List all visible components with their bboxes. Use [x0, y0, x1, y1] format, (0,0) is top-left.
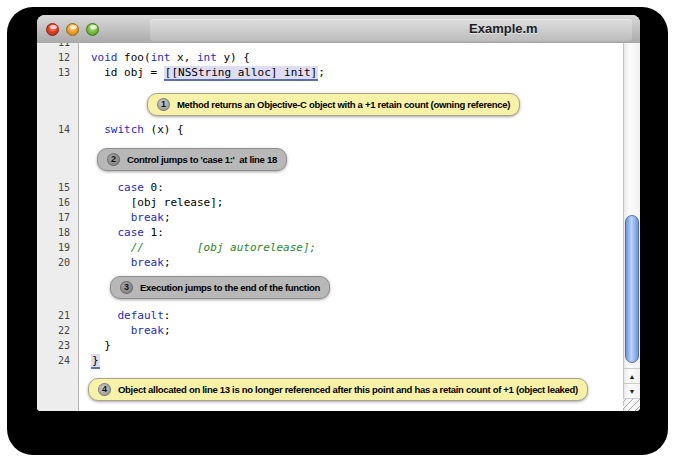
code-line: 13 id obj = [[NSString alloc] init]; — [37, 65, 623, 80]
scroll-down-icon: ▼ — [629, 388, 636, 395]
code-segment: break — [131, 256, 164, 269]
line-number: 17 — [37, 210, 78, 225]
code-segment: : — [164, 309, 171, 322]
code-text: break; — [78, 210, 171, 225]
line-number: 12 — [37, 50, 78, 65]
code-rows: 1112void foo(int x, int y) {13 id obj = … — [37, 43, 623, 401]
line-number: 21 — [37, 308, 78, 323]
code-line: 15 case 0: — [37, 180, 623, 195]
line-number: 15 — [37, 180, 78, 195]
analyzer-note-1: 1Method returns an Objective-C object wi… — [147, 93, 520, 116]
code-segment: 1: — [144, 226, 164, 239]
code-segment: (x) { — [144, 123, 184, 136]
code-segment: ; — [164, 256, 171, 269]
note-text: Execution jumps to the end of the functi… — [140, 282, 320, 293]
code-segment: 0: — [144, 181, 164, 194]
line-number: 11 — [37, 43, 78, 50]
code-segment: id obj = — [91, 66, 164, 79]
code-segment: int — [151, 51, 171, 64]
code-line: 18 case 1: — [37, 225, 623, 240]
code-line: 24} — [37, 353, 623, 368]
code-text: case 1: — [78, 225, 164, 240]
code-line: 20 break; — [37, 255, 623, 270]
code-segment — [91, 123, 104, 136]
step-number-badge: 2 — [107, 153, 120, 166]
analysis-highlight: [[NSString alloc] init] — [164, 66, 318, 81]
line-number: 16 — [37, 195, 78, 210]
code-text: id obj = [[NSString alloc] init]; — [78, 65, 325, 80]
code-segment: y) { — [217, 51, 250, 64]
title-bar-inset — [150, 19, 632, 41]
code-segment: foo( — [118, 51, 151, 64]
code-text: } — [78, 353, 100, 368]
code-line: 14 switch (x) { — [37, 122, 623, 137]
note-text: Object allocated on line 13 is no longer… — [118, 384, 578, 395]
code-line: 16 [obj release]; — [37, 195, 623, 210]
line-number: 18 — [37, 225, 78, 240]
code-segment: } — [91, 339, 111, 352]
line-number: 20 — [37, 255, 78, 270]
code-segment — [91, 324, 131, 337]
window-controls — [46, 23, 99, 36]
code-text: [obj release]; — [78, 195, 223, 210]
code-text: break; — [78, 255, 171, 270]
step-number-badge: 1 — [157, 98, 170, 111]
window-title: Example.m — [469, 21, 538, 36]
code-text — [78, 43, 91, 50]
code-segment — [91, 309, 118, 322]
minimize-button[interactable] — [66, 23, 79, 36]
scroll-up-button[interactable]: ▲ — [624, 368, 640, 383]
code-segment: int — [197, 51, 217, 64]
step-number-badge: 3 — [120, 281, 133, 294]
note-text: Method returns an Objective-C object wit… — [177, 99, 510, 110]
code-segment — [91, 181, 118, 194]
code-segment — [91, 211, 131, 224]
code-segment: break — [131, 324, 164, 337]
line-number: 23 — [37, 338, 78, 353]
note-text: Control jumps to 'case 1:' at line 18 — [127, 154, 277, 165]
code-segment: ; — [164, 324, 171, 337]
code-text: } — [78, 338, 111, 353]
code-segment: switch — [104, 123, 144, 136]
analyzer-note-4: 4Object allocated on line 13 is no longe… — [88, 378, 588, 401]
zoom-button[interactable] — [86, 23, 99, 36]
code-text: default: — [78, 308, 170, 323]
line-number: 22 — [37, 323, 78, 338]
code-segment — [91, 256, 131, 269]
scroll-down-button[interactable]: ▼ — [624, 383, 640, 398]
analysis-highlight: } — [91, 354, 100, 369]
scrollbar-thumb[interactable] — [625, 215, 639, 363]
code-text: // [obj autorelease]; — [78, 240, 316, 255]
code-segment: [obj release]; — [91, 196, 223, 209]
analyzer-note-3: 3Execution jumps to the end of the funct… — [110, 276, 330, 299]
code-segment: default — [118, 309, 164, 322]
code-segment: case — [118, 181, 145, 194]
code-segment: // [obj autorelease]; — [91, 241, 316, 254]
title-bar[interactable]: Example.m — [37, 15, 640, 44]
line-number: 24 — [37, 353, 78, 368]
code-segment: ; — [318, 66, 325, 79]
analyzer-note-2: 2Control jumps to 'case 1:' at line 18 — [97, 148, 287, 171]
vertical-scrollbar[interactable]: ▲ ▼ — [623, 43, 640, 411]
close-button[interactable] — [46, 23, 59, 36]
code-line: 19 // [obj autorelease]; — [37, 240, 623, 255]
code-segment: void — [91, 51, 118, 64]
code-text: switch (x) { — [78, 122, 184, 137]
app-window: Example.m 1112void foo(int x, int y) {13… — [37, 15, 640, 411]
code-pane: 1112void foo(int x, int y) {13 id obj = … — [37, 43, 623, 411]
resize-grip-icon[interactable] — [623, 398, 640, 411]
code-line: 21 default: — [37, 308, 623, 323]
code-line: 12void foo(int x, int y) { — [37, 50, 623, 65]
line-number: 19 — [37, 240, 78, 255]
code-line: 11 — [37, 43, 623, 50]
code-segment: case — [118, 226, 145, 239]
scroll-up-icon: ▲ — [629, 373, 636, 380]
code-segment — [91, 226, 118, 239]
line-number: 14 — [37, 122, 78, 137]
code-line: 17 break; — [37, 210, 623, 225]
step-number-badge: 4 — [98, 383, 111, 396]
code-text: case 0: — [78, 180, 164, 195]
code-line: 23 } — [37, 338, 623, 353]
code-line: 22 break; — [37, 323, 623, 338]
line-number: 13 — [37, 65, 78, 80]
